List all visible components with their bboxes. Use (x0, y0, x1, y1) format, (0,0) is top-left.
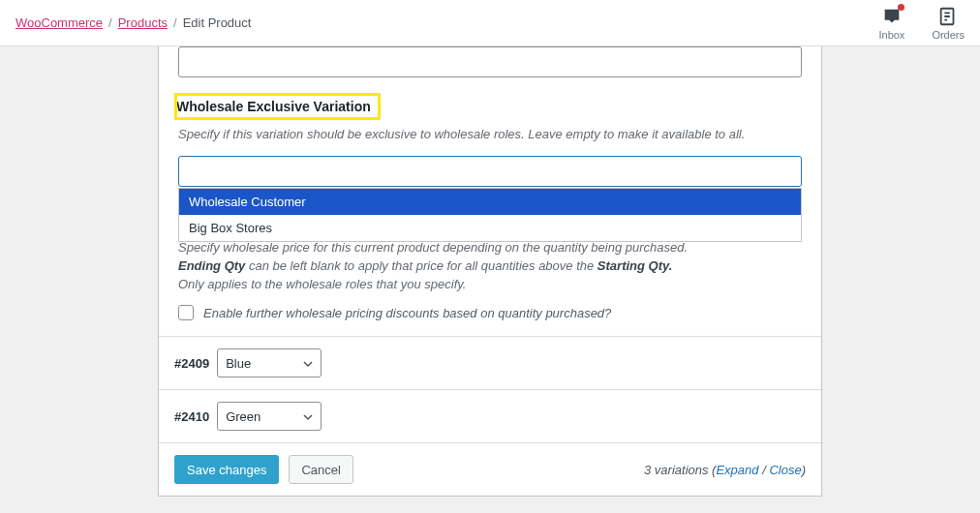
variation-attribute-value: Blue (226, 356, 251, 371)
cancel-button[interactable]: Cancel (289, 455, 352, 484)
variation-attribute-select[interactable]: Blue (217, 348, 322, 377)
breadcrumb-sep: / (108, 15, 112, 30)
help-pricing-line1: Specify wholesale price for this current… (178, 240, 688, 255)
previous-field[interactable] (178, 46, 802, 77)
breadcrumb-sep: / (173, 15, 177, 30)
variation-attribute-value: Green (226, 409, 260, 424)
save-changes-button[interactable]: Save changes (174, 455, 279, 484)
variation-row[interactable]: #2410 Green (159, 389, 821, 442)
chevron-down-icon (302, 358, 314, 373)
help-starting-qty: Starting Qty. (597, 258, 673, 273)
dropdown-option-wholesale-customer[interactable]: Wholesale Customer (179, 189, 801, 215)
section-title-wholesale-exclusive: Wholesale Exclusive Variation (176, 95, 379, 118)
orders-label: Orders (932, 29, 965, 41)
inbox-button[interactable]: Inbox (878, 6, 904, 41)
dropdown-option-big-box-stores[interactable]: Big Box Stores (179, 215, 801, 241)
variation-attribute-select[interactable]: Green (217, 402, 322, 431)
help-pricing: Specify wholesale price for this current… (178, 239, 802, 294)
help-ending-qty: Ending Qty (178, 258, 245, 273)
variation-panel: Wholesale Exclusive Variation Specify if… (158, 46, 822, 497)
variation-id: #2409 (174, 356, 209, 371)
orders-button[interactable]: Orders (932, 6, 965, 41)
enable-quantity-discounts-checkbox[interactable] (178, 305, 194, 320)
variations-count: 3 variations (644, 463, 708, 477)
breadcrumb-current: Edit Product (183, 15, 252, 30)
notification-dot-icon (898, 4, 904, 11)
breadcrumb-products[interactable]: Products (118, 15, 168, 30)
variation-row[interactable]: #2409 Blue (159, 336, 821, 389)
breadcrumb: WooCommerce / Products / Edit Product (15, 15, 251, 30)
enable-quantity-discounts-row: Enable further wholesale pricing discoun… (178, 305, 802, 320)
orders-icon (937, 6, 959, 27)
close-link[interactable]: Close (769, 463, 801, 477)
wholesale-role-select[interactable]: Wholesale Customer Big Box Stores (178, 156, 802, 187)
variation-id: #2410 (174, 409, 209, 424)
breadcrumb-woocommerce[interactable]: WooCommerce (15, 15, 103, 30)
help-pricing-line3: Only applies to the wholesale roles that… (178, 277, 466, 291)
chevron-down-icon (302, 411, 314, 426)
top-icons: Inbox Orders (878, 6, 965, 41)
panel-footer: Save changes Cancel 3 variations (Expand… (159, 442, 821, 496)
wholesale-role-input[interactable] (178, 156, 802, 187)
help-exclusive: Specify if this variation should be excl… (178, 126, 802, 144)
help-pricing-line2b: can be left blank to apply that price fo… (245, 258, 597, 273)
variations-summary: 3 variations (Expand / Close) (644, 463, 806, 477)
expand-link[interactable]: Expand (716, 463, 758, 477)
enable-quantity-discounts-label: Enable further wholesale pricing discoun… (203, 306, 611, 320)
inbox-icon (881, 6, 903, 27)
inbox-label: Inbox (878, 29, 904, 41)
top-bar: WooCommerce / Products / Edit Product In… (0, 0, 980, 46)
wholesale-role-dropdown: Wholesale Customer Big Box Stores (178, 188, 802, 242)
